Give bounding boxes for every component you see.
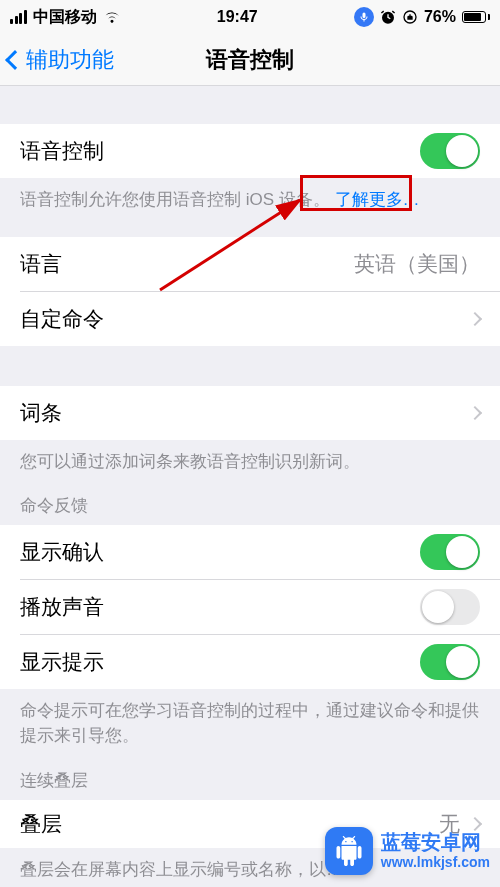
signal-bars-icon: [10, 10, 27, 24]
chevron-right-icon: [468, 406, 482, 420]
status-time: 19:47: [217, 8, 258, 26]
show-hints-toggle[interactable]: [420, 644, 480, 680]
show-hints-row[interactable]: 显示提示: [0, 635, 500, 689]
feedback-header: 命令反馈: [0, 480, 500, 525]
rotation-lock-icon: [402, 9, 418, 25]
voice-control-row[interactable]: 语音控制: [0, 124, 500, 178]
status-bar: 中国移动 19:47 76%: [0, 0, 500, 34]
status-left: 中国移动: [10, 7, 121, 28]
voice-control-footer-text: 语音控制允许您使用语音控制 iOS 设备。: [20, 190, 330, 209]
nav-bar: 辅助功能 语音控制: [0, 34, 500, 86]
back-label: 辅助功能: [26, 45, 114, 75]
voice-control-label: 语音控制: [20, 137, 104, 165]
show-confirm-row[interactable]: 显示确认: [0, 525, 500, 579]
language-label: 语言: [20, 250, 62, 278]
play-sound-label: 播放声音: [20, 593, 104, 621]
show-hints-label: 显示提示: [20, 648, 104, 676]
chevron-right-icon: [468, 312, 482, 326]
voice-control-footer: 语音控制允许您使用语音控制 iOS 设备。 了解更多…: [0, 178, 500, 219]
show-confirm-label: 显示确认: [20, 538, 104, 566]
overlay-label: 叠层: [20, 810, 62, 838]
wifi-icon: [103, 10, 121, 24]
play-sound-toggle[interactable]: [420, 589, 480, 625]
custom-commands-label: 自定命令: [20, 305, 104, 333]
carrier-label: 中国移动: [33, 7, 97, 28]
page-title: 语音控制: [206, 45, 294, 75]
vocabulary-footer: 您可以通过添加词条来教语音控制识别新词。: [0, 440, 500, 481]
alarm-icon: [380, 9, 396, 25]
language-row[interactable]: 语言 英语（美国）: [0, 237, 500, 291]
overlay-header: 连续叠层: [0, 755, 500, 800]
status-right: 76%: [354, 7, 490, 27]
watermark-name: 蓝莓安卓网: [381, 831, 490, 854]
voice-control-toggle[interactable]: [420, 133, 480, 169]
language-value: 英语（美国）: [62, 250, 480, 278]
chevron-left-icon: [5, 50, 25, 70]
back-button[interactable]: 辅助功能: [8, 34, 114, 85]
vocabulary-label: 词条: [20, 399, 62, 427]
vocabulary-row[interactable]: 词条: [0, 386, 500, 440]
battery-icon: [462, 11, 490, 23]
feedback-footer: 命令提示可在您学习语音控制的过程中，通过建议命令和提供提示来引导您。: [0, 689, 500, 754]
watermark-url: www.lmkjsf.com: [381, 854, 490, 870]
show-confirm-toggle[interactable]: [420, 534, 480, 570]
watermark: 蓝莓安卓网 www.lmkjsf.com: [321, 825, 494, 877]
custom-commands-row[interactable]: 自定命令: [0, 292, 500, 346]
learn-more-link[interactable]: 了解更多…: [335, 190, 420, 209]
microphone-indicator-icon: [354, 7, 374, 27]
watermark-icon: [325, 827, 373, 875]
play-sound-row[interactable]: 播放声音: [0, 580, 500, 634]
battery-pct: 76%: [424, 8, 456, 26]
